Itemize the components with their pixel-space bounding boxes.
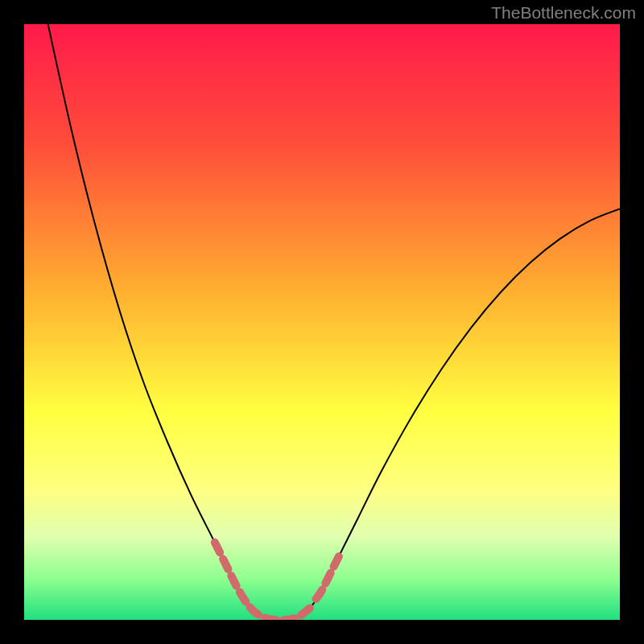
watermark-text: TheBottleneck.com (491, 3, 636, 23)
chart-svg (24, 24, 620, 620)
chart-plot-area (24, 24, 620, 620)
chart-background (24, 24, 620, 620)
